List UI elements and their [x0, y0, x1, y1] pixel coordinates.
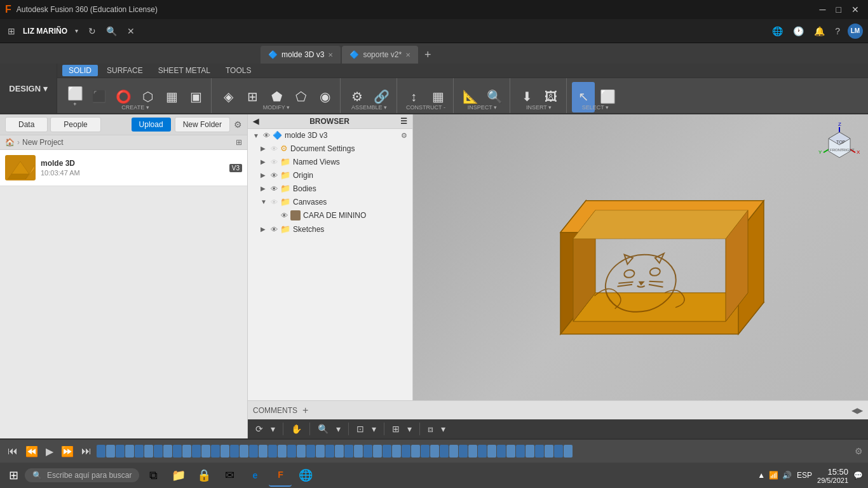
home-icon[interactable]: 🏠 [5, 138, 15, 147]
browser-collapse-icon[interactable]: ◀ [253, 117, 259, 126]
grid-btn[interactable]: ⊞ [390, 423, 402, 435]
browser-item-namedviews[interactable]: ▶ 👁 📁 Named Views [248, 155, 412, 168]
create-torus-btn[interactable]: ▦ [160, 82, 183, 112]
tab-surface[interactable]: SURFACE [100, 65, 149, 76]
taskbar-fusion360-btn[interactable]: F [269, 464, 292, 487]
file-item-molde[interactable]: molde 3D 10:03:47 AM V3 [0, 150, 247, 186]
expand-canvases-icon[interactable]: ▼ [261, 198, 268, 205]
browser-item-sketches[interactable]: ▶ 👁 📁 Sketches [248, 222, 412, 236]
globe-icon[interactable]: 🌐 [770, 25, 785, 37]
tray-up-icon[interactable]: ▲ [757, 471, 765, 480]
browser-root-settings-icon[interactable]: ⚙ [401, 132, 407, 140]
breadcrumb-settings-icon[interactable]: ⊞ [236, 138, 242, 147]
expand-sketches-icon[interactable]: ▶ [261, 226, 268, 233]
anim-play-btn[interactable]: ▶ [43, 444, 56, 459]
clock-icon[interactable]: 🕐 [790, 25, 806, 37]
tab-close-molde[interactable]: ✕ [328, 51, 333, 58]
expand-namedviews-icon[interactable]: ▶ [261, 158, 268, 165]
apps-grid-icon[interactable]: ⊞ [5, 25, 18, 37]
start-button[interactable]: ⊞ [5, 466, 22, 485]
tab-tools[interactable]: TOOLS [219, 65, 257, 76]
zoom-dropdown-btn[interactable]: ▾ [334, 423, 343, 435]
3d-viewport[interactable]: Z X Y TOP FRONT RIGHT [413, 114, 868, 400]
file-version[interactable]: V3 [229, 164, 242, 172]
tab-soporte[interactable]: 🔷 soporte v2* ✕ [342, 46, 418, 64]
new-folder-btn[interactable]: New Folder [175, 117, 230, 132]
upload-btn[interactable]: Upload [132, 118, 171, 132]
expand-root-icon[interactable]: ▼ [253, 132, 261, 139]
notifications-icon[interactable]: 🔔 [811, 25, 827, 37]
data-tab[interactable]: Data [5, 117, 48, 132]
search-icon[interactable]: 🔍 [104, 25, 119, 37]
browser-item-canvases[interactable]: ▼ 👁 📁 Canvases [248, 195, 412, 208]
pan-btn[interactable]: ✋ [288, 423, 304, 435]
browser-item-root[interactable]: ▼ 👁 🔷 molde 3D v3 ⚙ [248, 129, 412, 142]
lang-indicator[interactable]: ESP [797, 471, 812, 480]
browser-item-bodies[interactable]: ▶ 👁 📁 Bodies [248, 182, 412, 195]
tab-sheetmetal[interactable]: SHEET METAL [152, 65, 217, 76]
visibility-origin-icon[interactable]: 👁 [271, 172, 278, 179]
orbit-btn[interactable]: ⟳ [253, 423, 266, 435]
close-btn[interactable]: ✕ [848, 3, 863, 16]
browser-item-origin[interactable]: ▶ 👁 📁 Origin [248, 168, 412, 182]
title-controls[interactable]: ─ □ ✕ [816, 3, 863, 16]
fit-dropdown-btn[interactable]: ▾ [369, 423, 379, 435]
expand-origin-icon[interactable]: ▶ [261, 172, 268, 179]
taskbar-chrome-btn[interactable]: 🌐 [294, 464, 317, 487]
tab-molde3d[interactable]: 🔷 molde 3D v3 ✕ [261, 46, 341, 64]
project-name[interactable]: New Project [22, 138, 64, 147]
visibility-cara-icon[interactable]: 👁 [281, 212, 288, 219]
orbit-dropdown-btn[interactable]: ▾ [268, 423, 278, 435]
design-dropdown[interactable]: DESIGN ▾ [0, 64, 57, 113]
display-mode-btn[interactable]: ⧈ [425, 423, 436, 436]
visibility-canvases-icon[interactable]: 👁 [271, 198, 278, 206]
modify-draft-btn[interactable]: ⬠ [289, 82, 312, 112]
expand-bodies-icon[interactable]: ▶ [261, 185, 268, 192]
taskbar-security-btn[interactable]: 🔒 [193, 464, 215, 487]
volume-icon[interactable]: 🔊 [782, 471, 792, 480]
taskbar-taskview-btn[interactable]: ⧉ [142, 464, 165, 487]
network-icon[interactable]: 📶 [769, 471, 778, 480]
panel-settings-icon[interactable]: ⚙ [234, 119, 242, 130]
taskbar-edge-btn[interactable]: e [243, 464, 266, 487]
maximize-btn[interactable]: □ [832, 3, 845, 16]
tab-close-soporte[interactable]: ✕ [405, 51, 410, 58]
modify-fillet-btn[interactable]: ⊞ [241, 82, 264, 112]
notification-center-icon[interactable]: 💬 [853, 471, 863, 480]
view-cube[interactable]: Z X Y TOP FRONT RIGHT [817, 121, 862, 165]
expand-docsettings-icon[interactable]: ▶ [261, 145, 268, 152]
modify-combine-btn[interactable]: ◉ [313, 82, 336, 112]
create-box-btn[interactable]: ⬛ [88, 82, 111, 112]
tab-solid[interactable]: SOLID [62, 65, 98, 76]
browser-item-docsettings[interactable]: ▶ 👁 ⚙ Document Settings [248, 142, 412, 155]
modify-press-btn[interactable]: ◈ [217, 82, 240, 112]
anim-last-btn[interactable]: ⏭ [79, 444, 94, 458]
visibility-bodies-icon[interactable]: 👁 [271, 185, 278, 193]
anim-prev-btn[interactable]: ⏪ [23, 444, 41, 459]
create-extrude-btn[interactable]: ⬜ + [64, 82, 86, 112]
comments-collapse-icon[interactable]: ◀▶ [851, 406, 863, 415]
anim-first-btn[interactable]: ⏮ [5, 444, 20, 458]
browser-item-cara[interactable]: ▶ 👁 CARA DE MININO [248, 208, 412, 222]
minimize-btn[interactable]: ─ [816, 3, 830, 16]
tab-add-btn[interactable]: + [419, 46, 437, 64]
user-dropdown-icon[interactable]: ▾ [72, 26, 81, 36]
refresh-icon[interactable]: ↻ [86, 25, 98, 37]
clock[interactable]: 15:50 29/5/2021 [817, 467, 848, 484]
anim-next-btn[interactable]: ⏩ [58, 444, 76, 459]
taskbar-mail-btn[interactable]: ✉ [218, 464, 241, 487]
zoom-btn[interactable]: 🔍 [315, 423, 331, 435]
people-tab[interactable]: People [50, 117, 100, 132]
close-panel-icon[interactable]: ✕ [125, 25, 137, 37]
display-dropdown-btn[interactable]: ▾ [438, 423, 448, 435]
visibility-root-icon[interactable]: 👁 [263, 132, 270, 139]
grid-dropdown-btn[interactable]: ▾ [405, 423, 414, 435]
taskbar-explorer-btn[interactable]: 📁 [167, 464, 190, 487]
help-icon[interactable]: ? [832, 25, 843, 37]
browser-menu-icon[interactable]: ☰ [400, 117, 407, 126]
comments-add-icon[interactable]: + [302, 405, 308, 416]
create-more-btn[interactable]: ▣ [184, 82, 207, 112]
avatar[interactable]: LM [848, 24, 863, 39]
user-name[interactable]: LIZ MARIÑO [23, 27, 67, 36]
fit-btn[interactable]: ⊡ [354, 423, 367, 435]
